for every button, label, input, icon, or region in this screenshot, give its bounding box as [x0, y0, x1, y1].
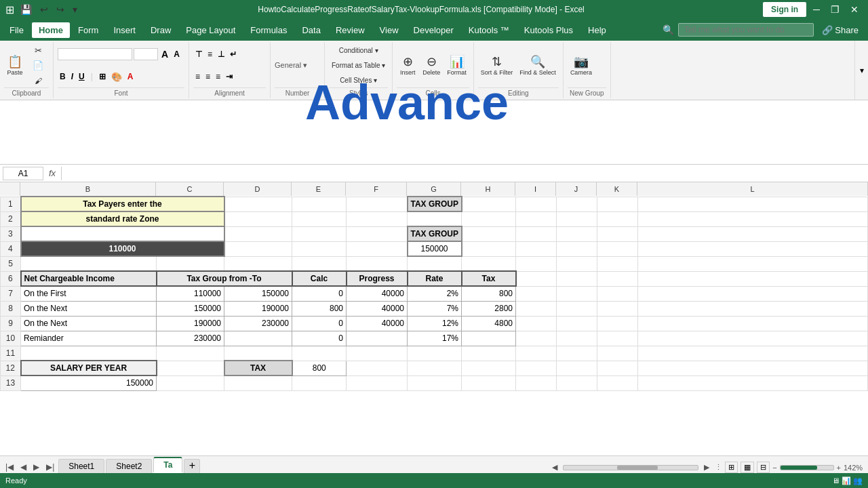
- cell-g12[interactable]: [408, 361, 462, 375]
- cell-c6[interactable]: Tax Group from -To: [157, 271, 292, 286]
- cell-g9[interactable]: 12%: [408, 316, 462, 331]
- center-align-btn[interactable]: ≡: [203, 71, 212, 82]
- cell-c10[interactable]: 230000: [157, 331, 224, 346]
- cell-f13[interactable]: [347, 375, 408, 390]
- cell-e13[interactable]: [292, 375, 347, 390]
- insert-btn[interactable]: ⊕ Insert: [397, 48, 418, 83]
- cell-g1[interactable]: TAX GROUP: [408, 197, 462, 211]
- menu-page-layout[interactable]: Page Layout: [179, 22, 242, 38]
- cell-g8[interactable]: 7%: [408, 301, 462, 316]
- page-layout-view-btn[interactable]: ▦: [741, 462, 754, 473]
- cell-b13[interactable]: 150000: [21, 375, 157, 390]
- cell-i13[interactable]: [516, 375, 557, 390]
- cell-g5[interactable]: [408, 256, 462, 271]
- add-sheet-btn[interactable]: +: [184, 459, 200, 473]
- cell-b3[interactable]: [21, 226, 224, 241]
- cell-e7[interactable]: 0: [292, 286, 347, 301]
- menu-draw[interactable]: Draw: [144, 22, 178, 38]
- col-header-c[interactable]: C: [156, 182, 224, 196]
- cell-l12[interactable]: [638, 361, 868, 375]
- cell-e8[interactable]: 800: [292, 301, 347, 316]
- cell-h2[interactable]: [462, 211, 516, 226]
- cell-k4[interactable]: [597, 241, 638, 256]
- cell-l11[interactable]: [638, 346, 868, 361]
- cell-c12[interactable]: [157, 361, 224, 375]
- col-header-h[interactable]: H: [461, 182, 515, 196]
- cell-d2[interactable]: [224, 211, 292, 226]
- cell-i1[interactable]: [516, 197, 557, 211]
- cell-c8[interactable]: 150000: [157, 301, 224, 316]
- cell-styles-btn[interactable]: Cell Styles ▾: [337, 74, 380, 87]
- menu-share[interactable]: 🔗 Share: [815, 22, 865, 38]
- cell-i5[interactable]: [516, 256, 557, 271]
- cell-l9[interactable]: [638, 316, 868, 331]
- cell-l10[interactable]: [638, 331, 868, 346]
- sort-filter-btn[interactable]: ⇅ Sort & Filter: [478, 48, 516, 83]
- cell-b5[interactable]: [21, 256, 157, 271]
- align-top-btn[interactable]: ⊤: [193, 49, 204, 60]
- copy-btn[interactable]: 📄: [27, 59, 49, 73]
- redo-btn[interactable]: ↪: [54, 3, 66, 16]
- minimize-btn[interactable]: ─: [809, 4, 824, 15]
- left-align-btn[interactable]: ≡: [193, 71, 202, 82]
- cell-f5[interactable]: [347, 256, 408, 271]
- cell-f12[interactable]: [347, 361, 408, 375]
- cell-e5[interactable]: [292, 256, 347, 271]
- page-break-view-btn[interactable]: ⊟: [757, 462, 770, 473]
- cell-i8[interactable]: [516, 301, 557, 316]
- format-btn[interactable]: 📊 Format: [444, 48, 469, 83]
- menu-home[interactable]: Home: [32, 22, 70, 38]
- scroll-right-btn[interactable]: ▶: [701, 463, 712, 472]
- col-header-i[interactable]: I: [515, 182, 556, 196]
- cell-k11[interactable]: [597, 346, 638, 361]
- cell-b11[interactable]: [21, 346, 157, 361]
- menu-help[interactable]: Help: [581, 22, 613, 38]
- cell-b10[interactable]: Remiander: [21, 331, 157, 346]
- cell-f9[interactable]: 40000: [347, 316, 408, 331]
- cell-j13[interactable]: [557, 375, 597, 390]
- font-shrink-btn[interactable]: A: [172, 49, 182, 60]
- cell-e9[interactable]: 0: [292, 316, 347, 331]
- tab-nav-first[interactable]: |◀: [3, 461, 16, 473]
- sheet-tab-ta[interactable]: Ta: [153, 457, 182, 473]
- cell-f2[interactable]: [347, 211, 408, 226]
- cell-d8[interactable]: 190000: [224, 301, 292, 316]
- cell-b7[interactable]: On the First: [21, 286, 157, 301]
- cell-g10[interactable]: 17%: [408, 331, 462, 346]
- cell-c9[interactable]: 190000: [157, 316, 224, 331]
- cell-c11[interactable]: [157, 346, 224, 361]
- cell-k2[interactable]: [597, 211, 638, 226]
- tell-me-input[interactable]: [678, 23, 814, 37]
- cell-j2[interactable]: [557, 211, 597, 226]
- cell-b12[interactable]: SALARY PER YEAR: [21, 361, 157, 375]
- cell-i3[interactable]: [516, 226, 557, 241]
- cell-i6[interactable]: [516, 271, 557, 286]
- cell-d1[interactable]: [224, 197, 292, 211]
- cell-i7[interactable]: [516, 286, 557, 301]
- cell-j9[interactable]: [557, 316, 597, 331]
- cell-j6[interactable]: [557, 271, 597, 286]
- cell-h8[interactable]: 2800: [462, 301, 516, 316]
- cell-h9[interactable]: 4800: [462, 316, 516, 331]
- cell-d5[interactable]: [224, 256, 292, 271]
- cell-d4[interactable]: [224, 241, 292, 256]
- paste-btn[interactable]: 📋 Paste: [4, 48, 26, 83]
- align-mid-btn[interactable]: ≡: [205, 49, 214, 60]
- col-header-d[interactable]: D: [224, 182, 292, 196]
- undo-btn[interactable]: ↩: [38, 3, 50, 16]
- cell-i12[interactable]: [516, 361, 557, 375]
- cell-b4[interactable]: 110000: [21, 241, 224, 256]
- cond-format-btn[interactable]: Conditional ▾: [336, 43, 381, 57]
- menu-view[interactable]: View: [373, 22, 406, 38]
- cell-d10[interactable]: [224, 331, 292, 346]
- menu-form[interactable]: Form: [71, 22, 105, 38]
- align-bot-btn[interactable]: ⊥: [216, 49, 226, 60]
- cell-l7[interactable]: [638, 286, 868, 301]
- tab-nav-last[interactable]: ▶|: [43, 461, 57, 473]
- cell-f4[interactable]: [347, 241, 408, 256]
- col-header-k[interactable]: K: [597, 182, 637, 196]
- cell-g7[interactable]: 2%: [408, 286, 462, 301]
- cell-h11[interactable]: [462, 346, 516, 361]
- menu-insert[interactable]: Insert: [106, 22, 142, 38]
- font-color-btn[interactable]: A: [125, 71, 136, 82]
